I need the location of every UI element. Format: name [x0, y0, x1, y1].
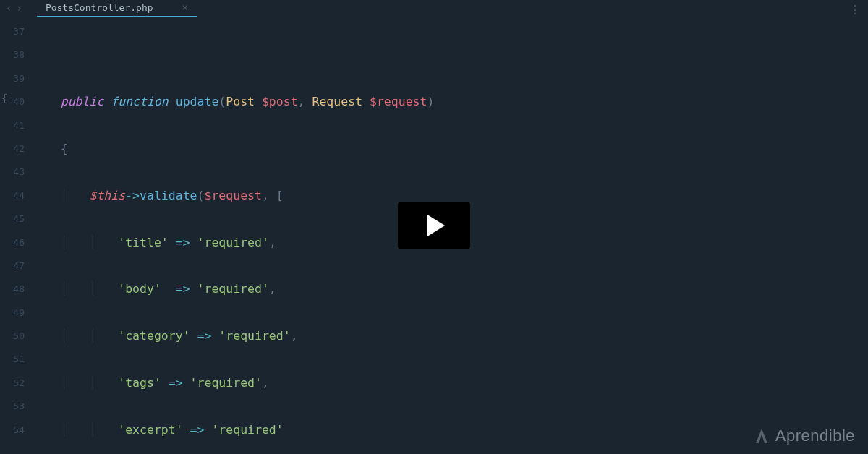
brand-logo-icon: [754, 427, 770, 445]
line-number: 45: [0, 207, 25, 231]
titlebar: ‹ › PostsController.php × ⋮: [0, 0, 868, 16]
brand-text: Aprendible: [775, 427, 855, 445]
gutter: { 37 38 39 40 41 42 43 44 45 46 47 48 49…: [0, 16, 32, 454]
tab-bar: PostsController.php ×: [37, 0, 197, 17]
code-line: public function update(Post $post, Reque…: [32, 90, 868, 113]
code-line: │ │ 'tags' => 'required',: [32, 372, 868, 395]
code-line: │ │ 'category' => 'required',: [32, 325, 868, 348]
nav-arrows: ‹ ›: [6, 2, 22, 14]
line-number: 51: [0, 348, 25, 371]
line-number: 41: [0, 114, 25, 137]
code-line: {: [32, 137, 868, 160]
code-line: │ │ 'body' => 'required',: [32, 278, 868, 301]
line-number: 37: [0, 20, 25, 43]
play-icon: [427, 215, 445, 236]
line-number: 44: [0, 184, 25, 207]
line-number: 53: [0, 395, 25, 418]
line-number: 42: [0, 137, 25, 160]
forward-arrow-icon[interactable]: ›: [16, 2, 22, 14]
line-number: 38: [0, 43, 25, 67]
close-icon[interactable]: ×: [182, 1, 188, 13]
line-number: 52: [0, 372, 25, 395]
brand-watermark: Aprendible: [754, 427, 855, 445]
line-number: 43: [0, 160, 25, 184]
code-line: │ │ 'excerpt' => 'required': [32, 419, 868, 442]
line-number: 54: [0, 419, 25, 442]
line-number: 48: [0, 278, 25, 301]
more-icon[interactable]: ⋮: [849, 3, 861, 17]
line-number: 50: [0, 325, 25, 348]
line-number: 49: [0, 301, 25, 325]
fold-brace-icon[interactable]: {: [1, 87, 7, 110]
tab-label: PostsController.php: [46, 2, 153, 13]
back-arrow-icon[interactable]: ‹: [6, 2, 12, 14]
line-number: 46: [0, 231, 25, 254]
code-line: [32, 43, 868, 67]
line-number: 47: [0, 254, 25, 278]
tab-postscontroller[interactable]: PostsController.php ×: [37, 0, 197, 17]
play-button[interactable]: [398, 202, 470, 249]
